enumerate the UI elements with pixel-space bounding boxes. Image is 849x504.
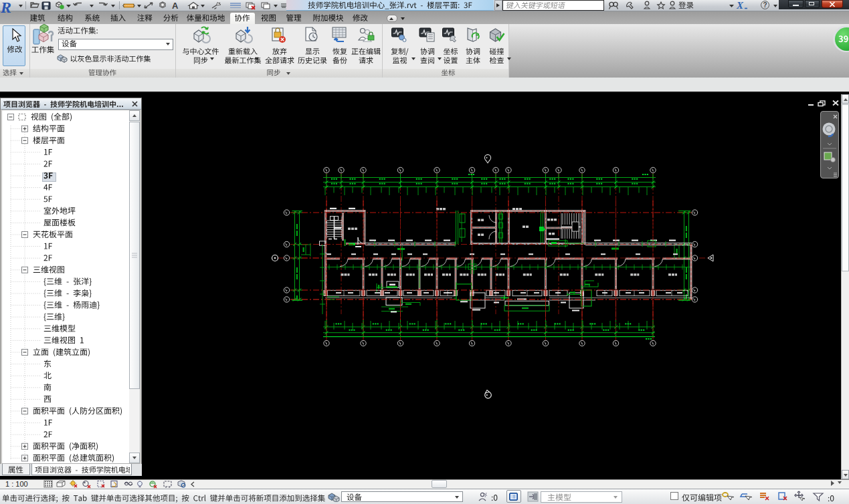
svg-text:R: R (0, 0, 11, 15)
